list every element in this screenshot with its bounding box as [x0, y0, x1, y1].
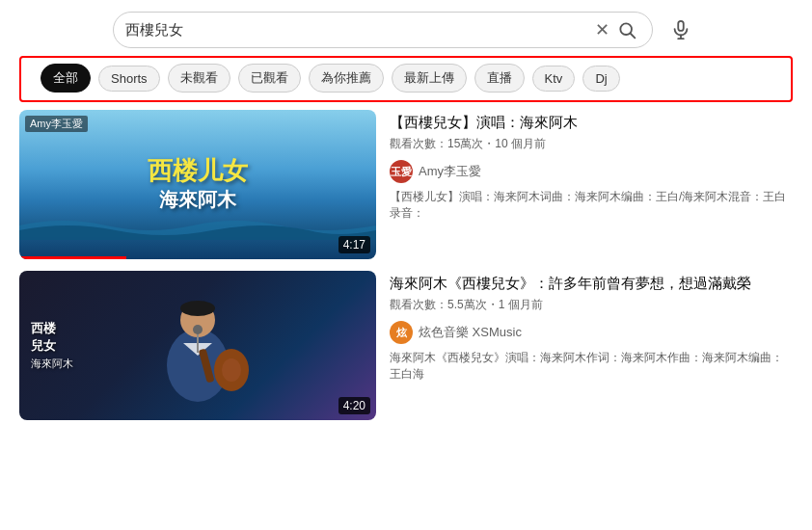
search-bar-container: ✕	[0, 0, 812, 56]
video-meta: 觀看次數：5.5萬次・1 個月前	[390, 297, 793, 313]
search-icon	[617, 20, 636, 40]
filter-chip-all[interactable]: 全部	[41, 64, 91, 93]
duration-badge: 4:17	[338, 236, 370, 253]
video-thumbnail-v2[interactable]: 西楼兒女海來阿木	[19, 271, 376, 420]
svg-line-1	[631, 34, 636, 39]
channel-row: 炫 炫色音樂 XSMusic	[390, 321, 793, 344]
channel-name[interactable]: 炫色音樂 XSMusic	[419, 324, 522, 341]
channel-avatar: 玉愛	[390, 160, 413, 183]
video-info-v2: 海來阿木《西樓兒女》：許多年前曾有夢想，想過滿戴榮 觀看次數：5.5萬次・1 個…	[390, 271, 793, 420]
video-title[interactable]: 【西樓兒女】演唱：海來阿木	[390, 112, 793, 132]
video-item-v1: 西楼儿女 海來阿木 Amy李玉愛4:17 【西樓兒女】演唱：海來阿木 觀看次數：…	[19, 110, 793, 259]
progress-bar	[19, 256, 126, 259]
filter-chip-shorts[interactable]: Shorts	[98, 66, 160, 92]
video-description: 【西楼儿女】演唱：海来阿木词曲：海来阿木编曲：王白/海来阿木混音：王白录音：	[390, 189, 793, 222]
clear-button[interactable]: ✕	[591, 15, 613, 44]
video-item-v2: 西楼兒女海來阿木	[19, 271, 793, 420]
filter-chip-live[interactable]: 直播	[474, 64, 525, 93]
clear-icon: ✕	[595, 19, 609, 40]
filter-chip-dj[interactable]: Dj	[582, 66, 619, 92]
svg-point-12	[193, 325, 203, 334]
channel-name[interactable]: Amy李玉愛	[419, 163, 481, 180]
video-thumbnail-v1[interactable]: 西楼儿女 海來阿木 Amy李玉愛4:17	[19, 110, 376, 259]
mic-icon	[670, 19, 691, 40]
filter-chip-recommended[interactable]: 為你推薦	[309, 64, 384, 93]
search-button[interactable]	[613, 16, 640, 43]
search-bar: ✕	[113, 12, 653, 48]
video-description: 海來阿木《西楼兒女》演唱：海来阿木作词：海来阿木作曲：海来阿木编曲：王白海	[390, 350, 793, 383]
mic-button[interactable]	[663, 15, 699, 44]
svg-point-9	[222, 358, 241, 382]
filter-chip-latest[interactable]: 最新上傳	[392, 64, 467, 93]
thumb-overlay-text: 西楼兒女海來阿木	[31, 319, 73, 372]
filter-chip-watched[interactable]: 已觀看	[238, 64, 301, 93]
singer-figure	[130, 283, 265, 409]
results-container: 西楼儿女 海來阿木 Amy李玉愛4:17 【西樓兒女】演唱：海來阿木 觀看次數：…	[0, 110, 812, 432]
filter-chip-unwatched[interactable]: 未觀看	[168, 64, 230, 93]
svg-point-7	[180, 301, 215, 316]
video-info-v1: 【西樓兒女】演唱：海來阿木 觀看次數：15萬次・10 個月前 玉愛 Amy李玉愛…	[390, 110, 793, 259]
channel-avatar: 炫	[390, 321, 413, 344]
filter-bar: 全部Shorts未觀看已觀看為你推薦最新上傳直播KtvDj	[19, 56, 793, 102]
filter-chip-ktv[interactable]: Ktv	[532, 66, 576, 92]
thumb-text1: 西楼儿女	[148, 156, 248, 186]
svg-rect-2	[678, 21, 684, 31]
search-input[interactable]	[125, 22, 591, 39]
video-meta: 觀看次數：15萬次・10 個月前	[390, 136, 793, 152]
duration-badge: 4:20	[338, 397, 370, 414]
thumb-label: Amy李玉愛	[25, 116, 88, 132]
video-title[interactable]: 海來阿木《西樓兒女》：許多年前曾有夢想，想過滿戴榮	[390, 273, 793, 293]
thumb-text2: 海來阿木	[148, 187, 248, 213]
ocean-wave	[19, 211, 376, 240]
channel-row: 玉愛 Amy李玉愛	[390, 160, 793, 183]
